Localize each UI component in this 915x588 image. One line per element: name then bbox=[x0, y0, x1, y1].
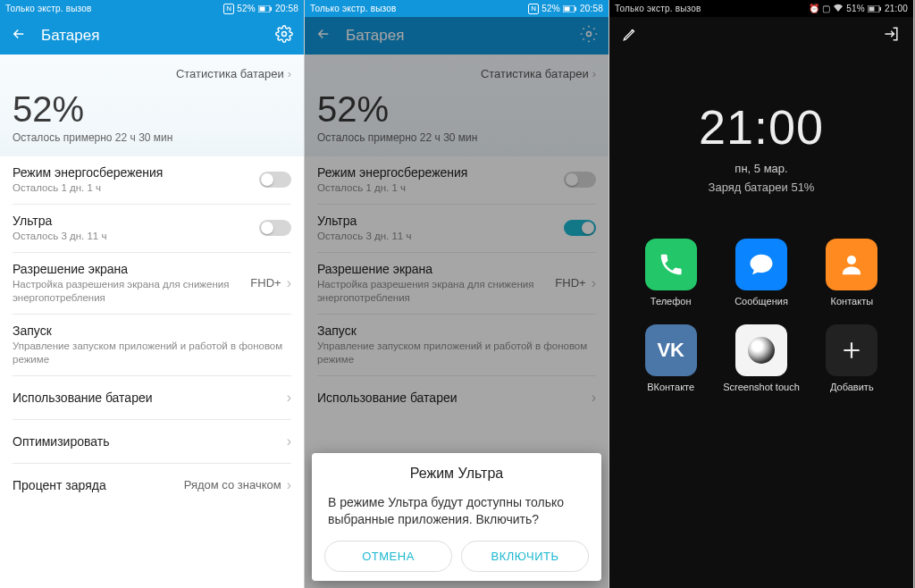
row-power-saving[interactable]: Режим энергосбереженияОсталось 1 дн. 1 ч bbox=[305, 156, 609, 204]
camera-lens-icon bbox=[735, 324, 787, 376]
battery-icon bbox=[868, 5, 882, 13]
battery-stats-link[interactable]: Статистика батареи› bbox=[317, 63, 596, 89]
svg-point-3 bbox=[282, 31, 287, 36]
battery-icon bbox=[258, 5, 273, 13]
app-screenshot-touch[interactable]: Screenshot touch bbox=[716, 324, 806, 392]
status-right: ⏰ ▢ 51% 21:00 bbox=[809, 4, 908, 14]
battery-hero: Статистика батареи› 52% Осталось примерн… bbox=[0, 55, 304, 156]
clock-charge: Заряд батареи 51% bbox=[609, 181, 913, 194]
battery-remaining: Осталось примерно 22 ч 30 мин bbox=[13, 131, 291, 144]
toggle-power-saving[interactable] bbox=[259, 172, 291, 188]
svg-rect-2 bbox=[270, 7, 272, 11]
battery-pct: 51% bbox=[846, 4, 865, 13]
svg-rect-6 bbox=[575, 7, 576, 11]
plus-icon bbox=[826, 324, 877, 376]
gear-icon[interactable] bbox=[580, 25, 598, 47]
chevron-right-icon: › bbox=[287, 390, 291, 406]
chevron-right-icon: › bbox=[592, 390, 596, 406]
row-battery-usage[interactable]: Использование батареи › bbox=[0, 376, 304, 419]
row-battery-usage[interactable]: Использование батареи › bbox=[305, 376, 609, 419]
app-add[interactable]: Добавить bbox=[807, 324, 897, 392]
cast-icon: ▢ bbox=[822, 4, 830, 13]
status-carrier: Только экстр. вызов bbox=[615, 4, 809, 13]
status-carrier: Только экстр. вызов bbox=[5, 4, 223, 13]
status-time: 20:58 bbox=[275, 4, 298, 13]
settings-list: Режим энергосбереженияОсталось 1 дн. 1 ч… bbox=[305, 156, 609, 419]
phone-ultra-mode-home: Только экстр. вызов ⏰ ▢ 51% 21:00 21:00 … bbox=[609, 0, 914, 588]
svg-rect-10 bbox=[879, 7, 881, 11]
back-icon[interactable] bbox=[11, 26, 29, 46]
clock-date: пн, 5 мар. bbox=[609, 162, 913, 175]
row-launch[interactable]: ЗапускУправление запуском приложений и р… bbox=[305, 315, 609, 375]
clock-time: 21:00 bbox=[609, 99, 913, 155]
toggle-ultra[interactable] bbox=[564, 220, 596, 236]
status-time: 20:58 bbox=[580, 4, 603, 13]
svg-point-11 bbox=[847, 256, 856, 265]
app-messages[interactable]: Сообщения bbox=[716, 239, 806, 307]
battery-remaining: Осталось примерно 22 ч 30 мин bbox=[317, 131, 596, 144]
row-launch[interactable]: ЗапускУправление запуском приложений и р… bbox=[0, 315, 304, 375]
row-optimize[interactable]: Оптимизировать › bbox=[0, 420, 304, 463]
battery-pct: 52% bbox=[541, 4, 560, 13]
row-resolution[interactable]: Разрешение экранаНастройка разрешения эк… bbox=[305, 253, 609, 314]
dialog-title: Режим Ультра bbox=[312, 453, 601, 491]
top-bar bbox=[609, 17, 913, 55]
chevron-right-icon: › bbox=[592, 275, 596, 291]
vk-icon: VK bbox=[645, 324, 697, 376]
status-bar: Только экстр. вызов ⏰ ▢ 51% 21:00 bbox=[609, 0, 913, 17]
toggle-ultra[interactable] bbox=[259, 220, 291, 236]
row-percentage[interactable]: Процент заряда Рядом со значком › bbox=[0, 464, 304, 507]
battery-percentage: 52% bbox=[317, 89, 596, 130]
dialog-body: В режиме Ультра будут доступны только вы… bbox=[312, 491, 601, 541]
phone-icon bbox=[645, 239, 697, 290]
status-right: N 52% 20:58 bbox=[528, 4, 603, 14]
svg-rect-5 bbox=[564, 6, 569, 11]
row-ultra[interactable]: УльтраОсталось 3 дн. 11 ч bbox=[0, 205, 304, 252]
gear-icon[interactable] bbox=[275, 25, 293, 47]
percentage-value: Рядом со значком bbox=[184, 478, 281, 491]
header-title: Батарея bbox=[346, 27, 580, 45]
settings-list: Режим энергосбереженияОсталось 1 дн. 1 ч… bbox=[0, 156, 304, 507]
status-bar: Только экстр. вызов N 52% 20:58 bbox=[0, 0, 304, 17]
nfc-icon: N bbox=[528, 4, 539, 14]
resolution-value: FHD+ bbox=[555, 276, 585, 290]
header: Батарея bbox=[305, 17, 609, 55]
cancel-button[interactable]: ОТМЕНА bbox=[324, 541, 452, 572]
battery-icon bbox=[563, 5, 577, 13]
enable-button[interactable]: ВКЛЮЧИТЬ bbox=[461, 541, 589, 572]
chevron-right-icon: › bbox=[288, 67, 291, 80]
status-time: 21:00 bbox=[885, 4, 908, 13]
contacts-icon bbox=[826, 239, 877, 290]
row-resolution[interactable]: Разрешение экранаНастройка разрешения эк… bbox=[0, 253, 304, 314]
chevron-right-icon: › bbox=[592, 67, 596, 80]
chevron-right-icon: › bbox=[287, 433, 291, 449]
status-right: N 52% 20:58 bbox=[223, 4, 298, 14]
app-vkontakte[interactable]: VK ВКонтакте bbox=[625, 324, 716, 392]
chevron-right-icon: › bbox=[287, 477, 291, 493]
phone-battery-ultra-dialog: Только экстр. вызов N 52% 20:58 Батарея … bbox=[305, 0, 609, 588]
battery-hero: Статистика батареи› 52% Осталось примерн… bbox=[305, 55, 609, 156]
ultra-mode-dialog: Режим Ультра В режиме Ультра будут досту… bbox=[312, 453, 601, 581]
messages-icon bbox=[735, 239, 787, 290]
status-carrier: Только экстр. вызов bbox=[310, 4, 528, 13]
app-contacts[interactable]: Контакты bbox=[807, 239, 897, 307]
header: Батарея bbox=[0, 17, 304, 55]
status-bar: Только экстр. вызов N 52% 20:58 bbox=[305, 0, 609, 17]
svg-point-7 bbox=[587, 31, 592, 36]
clock-area: 21:00 пн, 5 мар. Заряд батареи 51% bbox=[609, 55, 913, 221]
header-title: Батарея bbox=[41, 27, 275, 45]
app-phone[interactable]: Телефон bbox=[625, 239, 716, 307]
app-grid: Телефон Сообщения Контакты VK ВКонтакте … bbox=[609, 221, 913, 392]
edit-icon[interactable] bbox=[622, 26, 883, 46]
back-icon[interactable] bbox=[315, 26, 333, 46]
svg-rect-1 bbox=[259, 6, 264, 11]
exit-icon[interactable] bbox=[883, 25, 901, 46]
wifi-icon bbox=[833, 4, 844, 14]
chevron-right-icon: › bbox=[287, 275, 291, 291]
battery-stats-link[interactable]: Статистика батареи› bbox=[13, 63, 291, 89]
row-ultra[interactable]: УльтраОсталось 3 дн. 11 ч bbox=[305, 205, 609, 252]
svg-rect-9 bbox=[869, 6, 874, 11]
row-power-saving[interactable]: Режим энергосбереженияОсталось 1 дн. 1 ч bbox=[0, 156, 304, 204]
toggle-power-saving[interactable] bbox=[564, 172, 596, 188]
alarm-icon: ⏰ bbox=[809, 4, 819, 13]
